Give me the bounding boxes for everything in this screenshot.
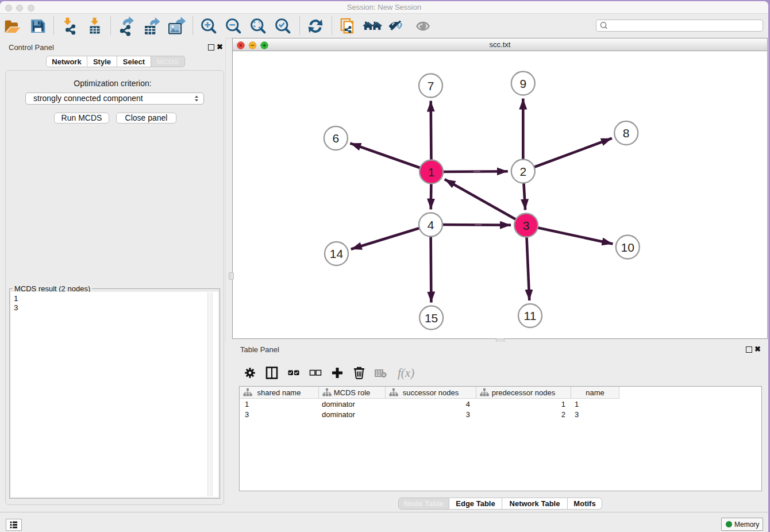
svg-text:15: 15 [425, 311, 438, 325]
svg-text:2: 2 [519, 165, 526, 178]
svg-text:7: 7 [428, 79, 434, 92]
svg-text:14: 14 [330, 247, 344, 260]
svg-text:3: 3 [523, 219, 530, 232]
svg-text:11: 11 [524, 309, 537, 322]
svg-text:1: 1 [428, 165, 435, 179]
svg-text:10: 10 [621, 241, 634, 254]
svg-text:9: 9 [519, 77, 526, 90]
svg-text:6: 6 [333, 132, 340, 145]
svg-text:4: 4 [428, 218, 434, 232]
svg-text:8: 8 [623, 126, 630, 140]
svg-text:f(x): f(x) [398, 366, 414, 380]
